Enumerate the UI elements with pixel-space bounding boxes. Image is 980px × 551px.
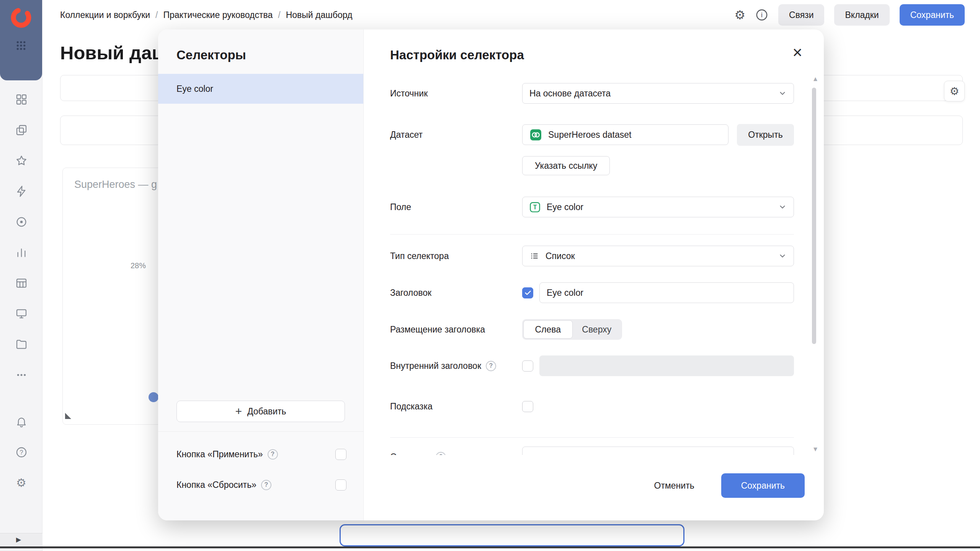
selector-type-value: Список <box>546 251 575 261</box>
operation-select[interactable] <box>522 447 794 455</box>
collapse-arrow-icon[interactable]: ▶ <box>16 536 21 544</box>
inner-heading-input <box>539 355 794 376</box>
placement-top-option[interactable]: Сверху <box>573 320 621 339</box>
reset-checkbox[interactable] <box>335 479 346 491</box>
breadcrumb-separator: / <box>278 10 280 20</box>
close-icon[interactable]: × <box>792 44 802 61</box>
connections-target-icon[interactable] <box>0 207 42 237</box>
sidebar-bottom-nav: ? ⚙ <box>0 406 42 498</box>
selector-item-label: Eye color <box>176 84 213 94</box>
help-circle-icon[interactable]: ? <box>0 437 42 468</box>
workbooks-icon[interactable] <box>0 115 42 145</box>
selector-drop-zone[interactable] <box>340 524 684 546</box>
sidebar-nav <box>0 84 42 390</box>
scrollbar-thumb[interactable] <box>812 88 816 344</box>
save-selector-button[interactable]: Сохранить <box>721 473 805 498</box>
dashboard-settings-gear-icon[interactable]: ⚙ <box>734 9 745 21</box>
breadcrumb-collections[interactable]: Коллекции и воркбуки <box>60 10 150 20</box>
heading-input-value: Eye color <box>547 288 583 298</box>
editor-lightning-icon[interactable] <box>0 176 42 207</box>
chart-title: SuperHeroes — g <box>74 179 157 191</box>
selector-type-select[interactable]: Список <box>522 246 794 266</box>
more-ellipsis-icon[interactable] <box>0 360 42 390</box>
heading-placement-row: Размещение заголовка Слева Сверху <box>390 319 794 340</box>
heading-checkbox[interactable] <box>522 287 533 298</box>
charts-icon[interactable] <box>0 237 42 268</box>
chart-point <box>149 392 158 402</box>
heading-placement-label: Размещение заголовка <box>390 324 522 335</box>
help-icon[interactable]: ? <box>268 449 278 460</box>
field-value: Eye color <box>547 202 583 212</box>
scroll-up-icon[interactable]: ▴ <box>813 75 817 82</box>
field-row: Поле T Eye color <box>390 197 794 217</box>
reset-checkbox-label: Кнопка «Сбросить» <box>176 480 256 490</box>
widget-settings-gear-icon[interactable]: ⚙ <box>944 81 965 101</box>
datalens-logo-icon[interactable] <box>9 5 33 30</box>
breadcrumb-separator: / <box>155 10 158 20</box>
dataset-select[interactable]: SuperHeroes dataset <box>522 124 728 145</box>
field-label: Поле <box>390 202 522 212</box>
field-select[interactable]: T Eye color <box>522 197 794 217</box>
add-button-label: Добавить <box>247 406 286 417</box>
svg-text:i: i <box>761 11 763 19</box>
help-icon[interactable]: ? <box>261 480 271 490</box>
specify-link-button[interactable]: Указать ссылку <box>522 156 610 175</box>
monitoring-monitor-icon[interactable] <box>0 298 42 329</box>
info-icon[interactable]: i <box>755 8 768 21</box>
help-icon[interactable]: ? <box>436 452 446 455</box>
inner-heading-row: Внутренний заголовок ? <box>390 355 794 376</box>
chevron-down-icon <box>778 453 787 455</box>
operation-row: Операция ? <box>390 447 794 455</box>
dashboards-grid-icon[interactable] <box>0 84 42 115</box>
sidebar-collapse-bar[interactable]: ▶ <box>0 533 42 546</box>
settings-gear-icon[interactable]: ⚙ <box>0 468 42 498</box>
apply-checkbox[interactable] <box>335 449 346 460</box>
dataset-value: SuperHeroes dataset <box>548 130 631 140</box>
hint-checkbox[interactable] <box>522 401 533 412</box>
chevron-down-icon <box>778 89 787 98</box>
section-divider <box>390 234 794 235</box>
datasets-table-icon[interactable] <box>0 268 42 298</box>
chart-data-label: 28% <box>131 261 146 270</box>
storage-folder-icon[interactable] <box>0 329 42 360</box>
panel-divider <box>158 431 363 432</box>
hint-row: Подсказка <box>390 396 794 417</box>
list-icon <box>529 251 539 261</box>
operation-label: Операция ? <box>390 452 522 455</box>
string-field-icon: T <box>529 202 541 213</box>
help-icon[interactable]: ? <box>486 361 496 371</box>
reset-button-row: Кнопка «Сбросить» ? <box>176 474 346 496</box>
breadcrumb-guides[interactable]: Практические руководства <box>163 10 273 20</box>
inner-heading-label: Внутренний заголовок ? <box>390 361 522 371</box>
selector-list-item[interactable]: Eye color <box>158 74 363 104</box>
resize-corner-icon[interactable] <box>65 413 71 419</box>
cancel-button[interactable]: Отменить <box>643 473 706 498</box>
plus-icon: + <box>235 406 242 417</box>
placement-left-option[interactable]: Слева <box>523 320 573 339</box>
svg-text:T: T <box>533 204 537 210</box>
heading-placement-segmented: Слева Сверху <box>522 319 622 340</box>
dataset-icon <box>529 129 542 141</box>
source-label: Источник <box>390 88 522 99</box>
source-select[interactable]: На основе датасета <box>522 83 794 104</box>
svg-text:?: ? <box>20 449 23 456</box>
dataset-link-row: Указать ссылку <box>390 156 794 175</box>
save-dashboard-button[interactable]: Сохранить <box>900 4 965 26</box>
open-dataset-button[interactable]: Открыть <box>737 124 794 146</box>
tabs-button[interactable]: Вкладки <box>834 4 889 26</box>
topbar-actions: ⚙ i Связи Вкладки Сохранить <box>734 4 965 26</box>
scroll-down-icon[interactable]: ▾ <box>813 445 817 453</box>
breadcrumb: Коллекции и воркбуки / Практические руко… <box>60 10 352 20</box>
apps-grid-icon[interactable] <box>15 40 27 51</box>
source-value: На основе датасета <box>529 88 611 99</box>
dataset-row: Датасет SuperHeroes dataset Открыть <box>390 124 794 145</box>
breadcrumb-current-page: Новый дашборд <box>286 10 353 20</box>
section-divider <box>390 437 794 438</box>
add-selector-button[interactable]: + Добавить <box>176 401 345 422</box>
heading-input[interactable]: Eye color <box>539 282 794 303</box>
selector-settings-dialog: Селекторы Eye color + Добавить Кнопка «П… <box>158 29 824 520</box>
favorites-star-icon[interactable] <box>0 145 42 176</box>
links-button[interactable]: Связи <box>778 4 824 26</box>
notifications-bell-icon[interactable] <box>0 406 42 437</box>
inner-heading-checkbox[interactable] <box>522 360 533 372</box>
